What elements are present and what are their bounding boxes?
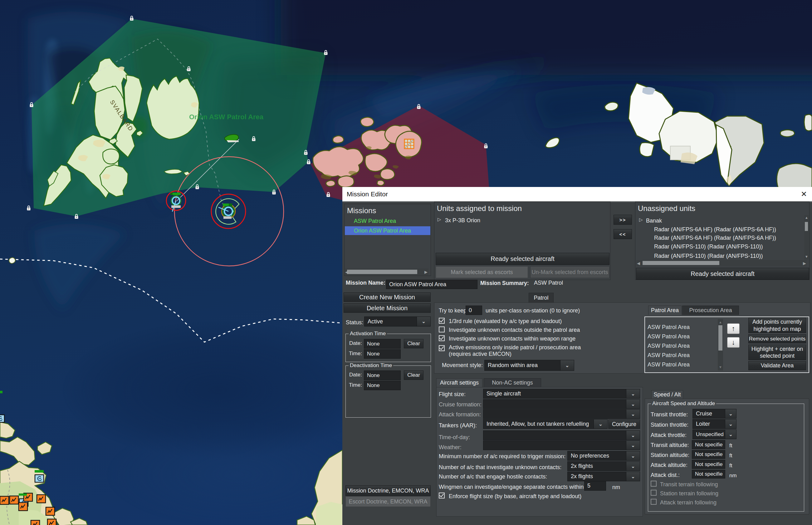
svg-text:Orion ASW Patrol Area: Orion ASW Patrol Area [189,113,264,121]
